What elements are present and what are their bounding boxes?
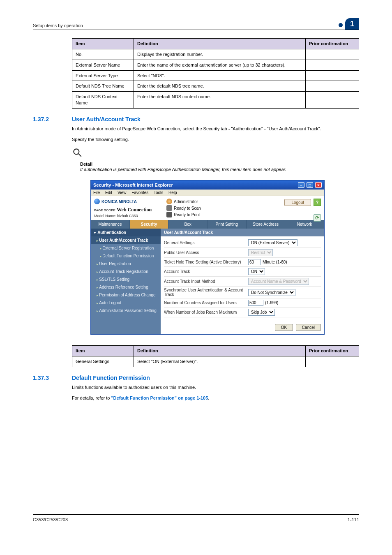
page-marker: 1 (345, 18, 359, 30)
tab-maintenance[interactable]: Maintenance (91, 220, 130, 229)
sidebar: Authentication User Auth/Account Track E… (91, 229, 161, 334)
cell-prior (306, 60, 359, 70)
counters-input[interactable] (248, 300, 263, 306)
cell-prior (306, 49, 359, 60)
maximize-icon[interactable]: □ (307, 182, 313, 188)
menu-tools[interactable]: Tools (154, 190, 163, 195)
table-row: General Settings Select "ON (External Se… (72, 356, 359, 367)
cell-def: Select "NDS". (134, 70, 306, 81)
breadcrumb: Setup items by operation (33, 23, 83, 28)
section-title: User Auth/Account Track (72, 116, 141, 123)
logout-button[interactable]: Logout (284, 199, 311, 206)
general-settings-table: Item Definition Prior confirmation Gener… (72, 345, 359, 367)
refresh-icon[interactable]: ⟳ (314, 214, 321, 222)
menu-file[interactable]: File (93, 190, 100, 195)
cell-item: External Server Type (72, 70, 134, 81)
sidebar-item-ssl-tls[interactable]: SSL/TLS Setting (91, 275, 161, 283)
app-header: KONICA MINOLTA PAGE SCOPE Web Connection… (91, 196, 324, 220)
page-footer: C353/C253/C203 1-111 (33, 514, 359, 522)
help-icon[interactable]: ? (314, 199, 321, 206)
cell-prior (306, 356, 359, 367)
field-label: Account Track (164, 269, 248, 274)
cell-prior (306, 81, 359, 92)
sidebar-item-external-server[interactable]: External Server Registration (91, 244, 161, 252)
cell-prior (306, 92, 359, 109)
menu-edit[interactable]: Edit (105, 190, 112, 195)
detail-text: If authentication is perfomed with PageS… (80, 166, 359, 173)
field-suffix: (1-999) (265, 301, 278, 305)
scan-status: Ready to Scan (174, 206, 201, 210)
sidebar-group-authentication[interactable]: Authentication (91, 229, 161, 236)
field-label: Number of Counters Assigned for Users (164, 301, 248, 305)
printer-icon (166, 212, 172, 217)
table-row: External Server Name Enter the name of t… (72, 60, 359, 70)
table-row: Default NDS Context Name Enter the defau… (72, 92, 359, 109)
menu-help[interactable]: Help (168, 190, 177, 195)
field-label: Account Track Input Method (164, 279, 248, 284)
sidebar-item-auto-logout[interactable]: Auto Logout (91, 299, 161, 307)
field-label: Synchronize User Authentication & Accoun… (164, 288, 248, 297)
content-pane: User Auth/Account Track General Settings… (161, 229, 324, 334)
brand-logo: KONICA MINOLTA (94, 199, 164, 204)
col-prior: Prior confirmation (306, 39, 359, 49)
cell-def: Enter the default NDS tree name. (134, 81, 306, 92)
minimize-icon[interactable]: – (298, 182, 304, 188)
section-title: Default Function Permission (72, 375, 150, 381)
sidebar-item-admin-password[interactable]: Administrator Password Setting (91, 307, 161, 314)
ok-button[interactable]: OK (275, 324, 293, 331)
browser-window: Security - Microsoft Internet Explorer –… (90, 180, 325, 335)
table-row: Default NDS Tree Name Enter the default … (72, 81, 359, 92)
public-user-select: Restrict (248, 249, 273, 256)
cross-reference-link[interactable]: "Default Function Permission" on page 1-… (111, 395, 208, 400)
role-label: Administrator (174, 199, 198, 204)
cell-prior (306, 70, 359, 81)
section-1-37-3-heading: 1.37.3Default Function Permission (33, 375, 359, 381)
synchronize-select[interactable]: Do Not Synchronize (248, 289, 295, 296)
tab-store-address[interactable]: Store Address (247, 220, 286, 229)
detail-note: Detail If authentication is perfomed wit… (72, 147, 359, 173)
menu-view[interactable]: View (118, 190, 127, 195)
main-tabs: Maintenance Security Box Print Setting S… (91, 220, 324, 229)
section-para: In Administrator mode of PageScope Web C… (72, 126, 359, 132)
cell-def: Enter the name of the external authentic… (134, 60, 306, 70)
product-name: PAGE SCOPE Web Connection (94, 207, 164, 213)
detail-label: Detail (80, 162, 359, 166)
sidebar-item-permission-address[interactable]: Permission of Address Change (91, 291, 161, 299)
sidebar-item-address-reference[interactable]: Address Reference Setting (91, 283, 161, 291)
sidebar-item-user-auth[interactable]: User Auth/Account Track (91, 236, 161, 244)
account-track-select[interactable]: ON (248, 268, 265, 275)
print-status: Ready to Print (174, 213, 200, 217)
table-row: No. Displays the registration number. (72, 49, 359, 60)
tab-security[interactable]: Security (130, 220, 169, 229)
close-icon[interactable]: × (315, 182, 322, 188)
section-para: For details, refer to "Default Function … (72, 395, 359, 402)
table-row: External Server Type Select "NDS". (72, 70, 359, 81)
model-name: Model Name: bizhub C353 (94, 214, 164, 218)
globe-icon (94, 199, 100, 204)
tab-print-setting[interactable]: Print Setting (208, 220, 247, 229)
field-suffix: Minute (1-60) (263, 260, 287, 264)
field-label: Public User Access (164, 250, 248, 255)
general-settings-select[interactable]: ON (External Server) (248, 239, 297, 246)
jobs-max-select[interactable]: Skip Job (248, 309, 275, 316)
header-dot-icon (339, 23, 343, 27)
ticket-hold-input[interactable] (248, 259, 261, 265)
col-prior: Prior confirmation (306, 346, 359, 356)
menu-favorites[interactable]: Favorites (131, 190, 148, 195)
cancel-button[interactable]: Cancel (296, 324, 321, 331)
cell-item: External Server Name (72, 60, 134, 70)
settings-form: General Settings ON (External Server) Pu… (161, 236, 324, 321)
sidebar-item-default-function[interactable]: Default Function Permission (91, 252, 161, 260)
input-method-select: Account Name & Password (248, 278, 309, 285)
section-para: Limits functions available to authorized… (72, 384, 359, 391)
sidebar-item-account-track-reg[interactable]: Account Track Registration (91, 268, 161, 275)
product-prefix: PAGE SCOPE (94, 208, 115, 212)
window-controls: – □ × (297, 182, 322, 188)
magnifier-icon (72, 147, 359, 160)
para-text-post: . (208, 395, 209, 400)
scanner-icon (166, 205, 172, 211)
svg-line-1 (78, 154, 81, 157)
sidebar-item-user-registration[interactable]: User Registration (91, 260, 161, 268)
tab-box[interactable]: Box (168, 220, 208, 229)
content-heading: User Auth/Account Track (161, 229, 324, 236)
